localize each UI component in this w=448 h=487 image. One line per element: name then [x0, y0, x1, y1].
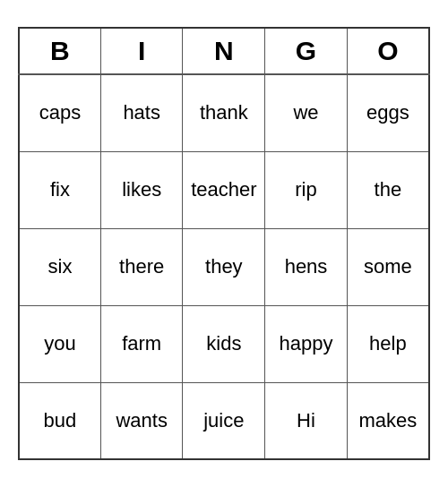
bingo-cell: eggs [347, 74, 429, 151]
bingo-cell: there [100, 228, 183, 305]
bingo-table: BINGO capshatsthankweeggsfixlikesteacher… [18, 27, 430, 460]
bingo-header-cell: G [265, 28, 348, 74]
bingo-header-cell: B [19, 28, 100, 74]
table-row: sixtheretheyhenssome [19, 228, 429, 305]
bingo-cell: kids [183, 305, 265, 382]
table-row: youfarmkidshappyhelp [19, 305, 429, 382]
bingo-cell: juice [183, 382, 265, 459]
bingo-cell: some [347, 228, 429, 305]
bingo-cell: hats [100, 74, 183, 151]
bingo-cell: bud [19, 382, 100, 459]
bingo-cell: they [183, 228, 265, 305]
bingo-cell: rip [265, 151, 348, 228]
bingo-cell: caps [19, 74, 100, 151]
bingo-cell: teacher [183, 151, 265, 228]
bingo-cell: makes [347, 382, 429, 459]
bingo-header-row: BINGO [19, 28, 429, 74]
bingo-cell: six [19, 228, 100, 305]
table-row: capshatsthankweeggs [19, 74, 429, 151]
table-row: budwantsjuiceHimakes [19, 382, 429, 459]
bingo-header-cell: O [347, 28, 429, 74]
table-row: fixlikesteacherripthe [19, 151, 429, 228]
bingo-cell: we [265, 74, 348, 151]
bingo-cell: the [347, 151, 429, 228]
bingo-cell: fix [19, 151, 100, 228]
bingo-cell: you [19, 305, 100, 382]
bingo-cell: wants [100, 382, 183, 459]
bingo-header-cell: N [183, 28, 265, 74]
bingo-cell: Hi [265, 382, 348, 459]
bingo-body: capshatsthankweeggsfixlikesteacherripthe… [19, 74, 429, 459]
bingo-cell: hens [265, 228, 348, 305]
bingo-cell: help [347, 305, 429, 382]
bingo-cell: thank [183, 74, 265, 151]
bingo-cell: happy [265, 305, 348, 382]
bingo-cell: farm [100, 305, 183, 382]
bingo-cell: likes [100, 151, 183, 228]
bingo-header-cell: I [100, 28, 183, 74]
